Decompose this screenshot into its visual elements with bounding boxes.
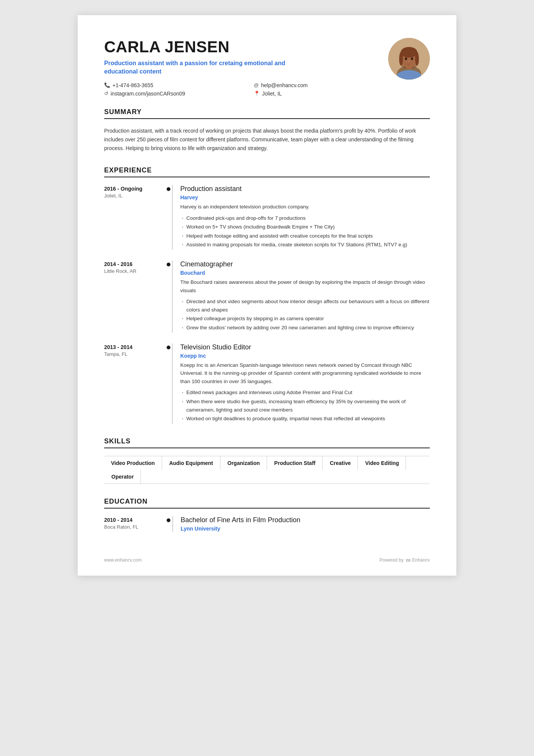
skill-item-6: Operator <box>104 470 141 484</box>
contact-email: @ help@enhancv.com <box>254 82 388 88</box>
exp-location-1: Joliet, IL <box>104 193 165 199</box>
edu-degree-1: Bachelor of Fine Arts in Film Production <box>181 516 430 524</box>
contact-phone: 📞 +1-474-863-3655 <box>104 82 239 88</box>
exp-date-3: 2013 - 2014 <box>104 344 165 350</box>
edu-school-1: Lynn University <box>181 526 430 532</box>
experience-section: EXPERIENCE 2016 - Ongoing Joliet, IL Pro… <box>104 166 430 424</box>
exp-bullets-3: Edited news packages and interviews usin… <box>180 388 430 423</box>
resume-page: CARLA JENSEN Production assistant with a… <box>78 15 456 576</box>
exp-dot-2 <box>167 263 170 266</box>
exp-bullet-1-2: Worked on 5+ TV shows (including Boardwa… <box>180 223 430 231</box>
exp-location-2: Little Rock, AR <box>104 268 165 274</box>
exp-bullet-3-3: Worked on tight deadlines to produce qua… <box>180 415 430 423</box>
powered-by-label: Powered by <box>379 557 403 563</box>
exp-description-3: Koepp Inc is an American Spanish-languag… <box>180 361 430 386</box>
exp-description-1: Harvey is an independent television prod… <box>180 203 430 211</box>
exp-location-3: Tampa, FL <box>104 351 165 357</box>
exp-bullet-3-2: When there were studio live guests, incr… <box>180 398 430 414</box>
exp-bullet-2-3: Grew the studios' network by adding over… <box>180 324 430 332</box>
education-item-1: 2010 - 2014 Boca Raton, FL Bachelor of F… <box>104 516 430 532</box>
skill-item-2: Organization <box>220 456 267 470</box>
exp-company-3: Koepp Inc <box>180 353 430 359</box>
experience-item-1: 2016 - Ongoing Joliet, IL Production ass… <box>104 185 430 250</box>
summary-section: SUMMARY Production assistant, with a tra… <box>104 108 430 153</box>
contact-instagram: ↺ instagram.com/jasonCARson09 <box>104 91 239 97</box>
skills-section: SKILLS Video Production Audio Equipment … <box>104 437 430 484</box>
footer: www.enhancv.com Powered by ∞ Enhancv <box>104 556 430 564</box>
exp-job-title-3: Television Studio Editor <box>180 343 430 351</box>
exp-company-1: Harvey <box>180 194 430 200</box>
skill-item-1: Audio Equipment <box>162 456 220 470</box>
phone-icon: 📞 <box>104 82 110 88</box>
edu-dot-col-1 <box>165 516 172 532</box>
exp-date-1: 2016 - Ongoing <box>104 186 165 192</box>
skills-title: SKILLS <box>104 437 430 448</box>
experience-title: EXPERIENCE <box>104 166 430 177</box>
candidate-name: CARLA JENSEN <box>104 38 388 56</box>
exp-date-col-2: 2014 - 2016 Little Rock, AR <box>104 260 165 333</box>
footer-url: www.enhancv.com <box>104 557 142 563</box>
exp-content-2: Cinematographer Bouchard The Bouchard ra… <box>172 260 430 333</box>
exp-bullet-1-3: Helped with footage editing and assisted… <box>180 232 430 240</box>
svg-point-8 <box>405 58 407 60</box>
exp-bullet-2-1: Directed and shot video segments about h… <box>180 297 430 314</box>
experience-item-3: 2013 - 2014 Tampa, FL Television Studio … <box>104 343 430 424</box>
svg-point-9 <box>411 58 413 60</box>
exp-bullet-1-4: Assisted in making proposals for media, … <box>180 241 430 249</box>
exp-bullets-1: Coordinated pick-ups and drop-offs for 7… <box>180 214 430 249</box>
skills-list: Video Production Audio Equipment Organiz… <box>104 456 430 484</box>
header: CARLA JENSEN Production assistant with a… <box>104 38 430 97</box>
exp-job-title-1: Production assistant <box>180 185 430 193</box>
contact-grid: 📞 +1-474-863-3655 @ help@enhancv.com ↺ i… <box>104 82 388 97</box>
exp-dot-3 <box>167 346 170 349</box>
exp-company-2: Bouchard <box>180 270 430 276</box>
exp-date-2: 2014 - 2016 <box>104 261 165 267</box>
summary-title: SUMMARY <box>104 108 430 119</box>
education-section: EDUCATION 2010 - 2014 Boca Raton, FL Bac… <box>104 498 430 532</box>
brand-name: Enhancv <box>412 557 430 563</box>
skill-item-4: Creative <box>323 456 358 470</box>
email-icon: @ <box>254 82 259 88</box>
instagram-icon: ↺ <box>104 91 108 96</box>
exp-content-1: Production assistant Harvey Harvey is an… <box>172 185 430 250</box>
exp-date-col-3: 2013 - 2014 Tampa, FL <box>104 343 165 424</box>
contact-location: 📍 Joliet, IL <box>254 91 388 97</box>
candidate-title: Production assistant with a passion for … <box>104 59 312 76</box>
exp-date-col-1: 2016 - Ongoing Joliet, IL <box>104 185 165 250</box>
exp-dot-col-1 <box>165 185 172 250</box>
exp-bullet-3-1: Edited news packages and interviews usin… <box>180 388 430 397</box>
summary-text: Production assistant, with a track recor… <box>104 127 430 153</box>
exp-bullet-2-2: Helped colleague projects by stepping in… <box>180 315 430 323</box>
skill-item-5: Video Editing <box>358 456 406 470</box>
edu-date-col-1: 2010 - 2014 Boca Raton, FL <box>104 516 165 532</box>
skill-item-3: Production Staff <box>267 456 323 470</box>
avatar <box>388 38 430 80</box>
education-title: EDUCATION <box>104 498 430 509</box>
exp-job-title-2: Cinematographer <box>180 260 430 268</box>
exp-dot-col-3 <box>165 343 172 424</box>
exp-dot-1 <box>167 187 170 191</box>
svg-point-10 <box>408 61 410 62</box>
edu-location-1: Boca Raton, FL <box>104 524 165 530</box>
enhancv-logo: ∞ Enhancv <box>406 556 430 564</box>
header-left: CARLA JENSEN Production assistant with a… <box>104 38 388 97</box>
exp-dot-col-2 <box>165 260 172 333</box>
logo-icon: ∞ <box>406 556 411 564</box>
edu-date-1: 2010 - 2014 <box>104 517 165 523</box>
skill-item-0: Video Production <box>104 456 162 470</box>
exp-description-2: The Bouchard raises awareness about the … <box>180 278 430 294</box>
experience-item-2: 2014 - 2016 Little Rock, AR Cinematograp… <box>104 260 430 333</box>
edu-content-1: Bachelor of Fine Arts in Film Production… <box>172 516 430 532</box>
location-icon: 📍 <box>254 91 260 96</box>
exp-content-3: Television Studio Editor Koepp Inc Koepp… <box>172 343 430 424</box>
edu-dot-1 <box>167 518 170 522</box>
footer-brand: Powered by ∞ Enhancv <box>379 556 430 564</box>
exp-bullets-2: Directed and shot video segments about h… <box>180 297 430 332</box>
exp-bullet-1-1: Coordinated pick-ups and drop-offs for 7… <box>180 214 430 222</box>
